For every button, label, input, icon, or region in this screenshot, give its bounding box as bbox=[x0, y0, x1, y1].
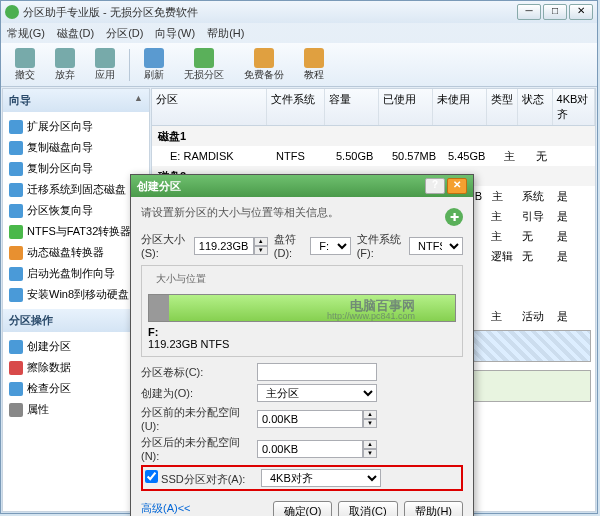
partition-preview[interactable]: 电脑百事网 http://www.pc841.com bbox=[148, 294, 456, 322]
sidebar-item[interactable]: 复制磁盘向导 bbox=[5, 137, 147, 158]
after-label: 分区后的未分配空间(N): bbox=[141, 435, 257, 462]
ops-panel-header[interactable]: 分区操作▲ bbox=[3, 309, 149, 332]
before-label: 分区前的未分配空间(U): bbox=[141, 405, 257, 432]
sidebar-item[interactable]: NTFS与FAT32转换器 bbox=[5, 221, 147, 242]
dialog-hint: 请设置新分区的大小与位置等相关信息。 bbox=[141, 205, 339, 220]
menu-general[interactable]: 常规(G) bbox=[7, 26, 45, 41]
size-label: 分区大小(S): bbox=[141, 232, 188, 259]
wizard-icon bbox=[9, 246, 23, 260]
sidebar-item-label: 扩展分区向导 bbox=[27, 119, 93, 134]
guide-panel-header[interactable]: 向导▲ bbox=[3, 89, 149, 112]
maximize-button[interactable]: □ bbox=[543, 4, 567, 20]
minimize-button[interactable]: ─ bbox=[517, 4, 541, 20]
apply-button[interactable]: 应用 bbox=[89, 46, 121, 84]
op-icon bbox=[9, 340, 23, 354]
fs-label: 文件系统(F): bbox=[357, 232, 403, 259]
create-label: 创建为(O): bbox=[141, 386, 257, 401]
op-icon bbox=[9, 361, 23, 375]
menu-help[interactable]: 帮助(H) bbox=[207, 26, 244, 41]
wizard-icon bbox=[9, 267, 23, 281]
sidebar-item[interactable]: 擦除数据 bbox=[5, 357, 147, 378]
sidebar-item-label: 启动光盘制作向导 bbox=[27, 266, 115, 281]
ssd-select[interactable]: 4KB对齐 bbox=[261, 469, 381, 487]
sidebar-item-label: 复制分区向导 bbox=[27, 161, 93, 176]
wizard-icon bbox=[9, 183, 23, 197]
sidebar-item[interactable]: 分区恢复向导 bbox=[5, 200, 147, 221]
fieldset-legend: 大小与位置 bbox=[152, 272, 210, 286]
app-icon bbox=[5, 5, 19, 19]
dialog-help-button[interactable]: ? bbox=[425, 178, 445, 194]
toolbar: 撤交 放弃 应用 刷新 无损分区 免费备份 教程 bbox=[1, 43, 597, 87]
op-icon bbox=[9, 403, 23, 417]
sidebar-item-label: 擦除数据 bbox=[27, 360, 71, 375]
sidebar-item[interactable]: 启动光盘制作向导 bbox=[5, 263, 147, 284]
sidebar-item[interactable]: 属性 bbox=[5, 399, 147, 420]
dialog-title: 创建分区 bbox=[137, 179, 181, 194]
advanced-link[interactable]: 高级(A)<< bbox=[141, 501, 191, 516]
vol-label: 分区卷标(C): bbox=[141, 365, 257, 380]
lossless-button[interactable]: 无损分区 bbox=[178, 46, 230, 84]
drive-label: 盘符(D): bbox=[274, 232, 305, 259]
op-icon bbox=[9, 382, 23, 396]
disk1-header[interactable]: 磁盘1 bbox=[152, 126, 595, 146]
sidebar-item-label: 创建分区 bbox=[27, 339, 71, 354]
after-input[interactable]: ▲▼ bbox=[257, 440, 377, 458]
wizard-icon bbox=[9, 204, 23, 218]
menu-wizard[interactable]: 向导(W) bbox=[155, 26, 195, 41]
sidebar-item-label: 检查分区 bbox=[27, 381, 71, 396]
sidebar-item[interactable]: 检查分区 bbox=[5, 378, 147, 399]
fs-select[interactable]: NTFS bbox=[409, 237, 463, 255]
drive-select[interactable]: F: bbox=[310, 237, 350, 255]
dialog-close-button[interactable]: ✕ bbox=[447, 178, 467, 194]
sidebar-item[interactable]: 动态磁盘转换器 bbox=[5, 242, 147, 263]
sidebar-item-label: 安装Win8到移动硬盘 bbox=[27, 287, 129, 302]
wizard-icon bbox=[9, 141, 23, 155]
ssd-label: SSD分区对齐(A): bbox=[161, 473, 245, 485]
wizard-icon bbox=[9, 120, 23, 134]
sidebar-item[interactable]: 扩展分区向导 bbox=[5, 116, 147, 137]
ok-button[interactable]: 确定(O) bbox=[273, 501, 333, 516]
sidebar-item[interactable]: 复制分区向导 bbox=[5, 158, 147, 179]
sidebar-item-label: 迁移系统到固态磁盘 bbox=[27, 182, 126, 197]
refresh-button[interactable]: 刷新 bbox=[138, 46, 170, 84]
undo-button[interactable]: 撤交 bbox=[9, 46, 41, 84]
sidebar-item[interactable]: 创建分区 bbox=[5, 336, 147, 357]
sidebar: 向导▲ 扩展分区向导复制磁盘向导复制分区向导迁移系统到固态磁盘分区恢复向导NTF… bbox=[2, 88, 150, 512]
sidebar-item[interactable]: 迁移系统到固态磁盘 bbox=[5, 179, 147, 200]
window-title: 分区助手专业版 - 无损分区免费软件 bbox=[23, 5, 515, 20]
wizard-icon bbox=[9, 225, 23, 239]
grid-header: 分区文件系统 容量已使用 未使用类型 状态4KB对齐 bbox=[152, 89, 595, 126]
before-input[interactable]: ▲▼ bbox=[257, 410, 377, 428]
cancel-button[interactable]: 取消(C) bbox=[338, 501, 397, 516]
redo-button[interactable]: 放弃 bbox=[49, 46, 81, 84]
size-input[interactable]: ▲▼ bbox=[194, 237, 268, 255]
sidebar-item-label: 复制磁盘向导 bbox=[27, 140, 93, 155]
chevron-up-icon: ▲ bbox=[134, 93, 143, 108]
wizard-icon bbox=[9, 162, 23, 176]
backup-button[interactable]: 免费备份 bbox=[238, 46, 290, 84]
watermark-url: http://www.pc841.com bbox=[327, 311, 415, 321]
sidebar-item[interactable]: 安装Win8到移动硬盘 bbox=[5, 284, 147, 305]
sidebar-item-label: 动态磁盘转换器 bbox=[27, 245, 104, 260]
create-select[interactable]: 主分区 bbox=[257, 384, 377, 402]
help-button[interactable]: 帮助(H) bbox=[404, 501, 463, 516]
menu-partition[interactable]: 分区(D) bbox=[106, 26, 143, 41]
tutorial-button[interactable]: 教程 bbox=[298, 46, 330, 84]
wizard-icon bbox=[9, 288, 23, 302]
table-row[interactable]: E: RAMDISKNTFS 5.50GB50.57MB 5.45GB主 无 bbox=[152, 146, 595, 166]
vol-input[interactable] bbox=[257, 363, 377, 381]
close-button[interactable]: ✕ bbox=[569, 4, 593, 20]
ssd-checkbox[interactable] bbox=[145, 470, 158, 483]
create-partition-dialog: 创建分区 ? ✕ 请设置新分区的大小与位置等相关信息。 ✚ 分区大小(S): ▲… bbox=[130, 174, 474, 516]
sidebar-item-label: 属性 bbox=[27, 402, 49, 417]
sidebar-item-label: NTFS与FAT32转换器 bbox=[27, 224, 131, 239]
menubar: 常规(G) 磁盘(D) 分区(D) 向导(W) 帮助(H) bbox=[1, 23, 597, 43]
sidebar-item-label: 分区恢复向导 bbox=[27, 203, 93, 218]
menu-disk[interactable]: 磁盘(D) bbox=[57, 26, 94, 41]
plus-icon: ✚ bbox=[445, 208, 463, 226]
